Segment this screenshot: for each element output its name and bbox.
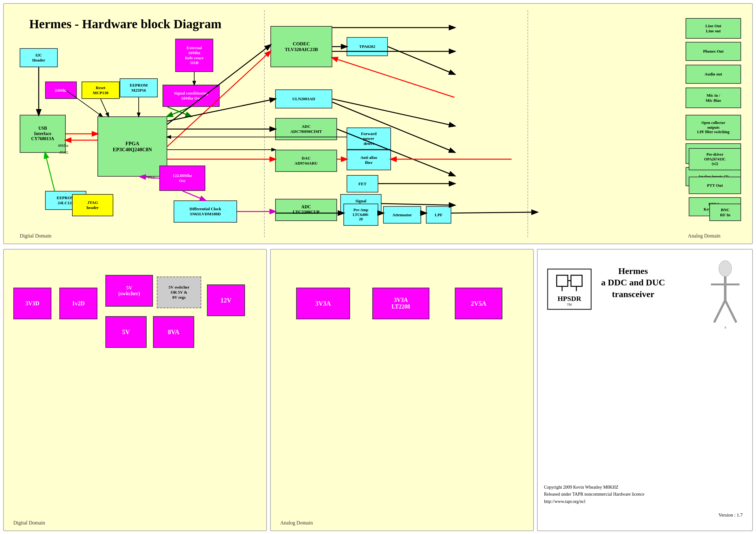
tpa0202-block: TPA0202 (347, 37, 388, 56)
version-text: Version : 1.7 (718, 512, 743, 518)
dac-ad9744-block: DACAD9744ARU (275, 150, 337, 172)
v3d-block: 3V3D (13, 288, 51, 319)
predriver-block: Pre-driverOPA26741IC(x2) (689, 148, 741, 170)
lpf-block: LPF (426, 206, 451, 223)
bottom-digital-label: Digital Domain (13, 520, 45, 526)
page-title: Hermes - Hardware block Diagram (29, 16, 222, 31)
attenuator-block: Attenuator (383, 206, 421, 223)
bnc-rf-in-block: BNCRF In (709, 204, 741, 221)
v5switch-block: 5V(switcher) (105, 275, 153, 307)
copyright-text: Copyright 2009 Kevin Wheatley M0KHZ Rele… (544, 484, 644, 505)
v8va-block: 8VA (153, 316, 194, 348)
audio-out-block: Audio out (686, 65, 741, 84)
bottom-info: HPSDR TM Hermesa DDC and DUCtransceiver … (537, 249, 753, 531)
jtag-header-block: JTAGheader (72, 194, 113, 216)
line-out-block: Line OutLine out (686, 18, 741, 39)
svg-rect-37 (571, 275, 582, 286)
hpsdr-circuit-icon (554, 272, 585, 294)
svg-line-24 (182, 191, 205, 200)
divider-left (264, 10, 265, 237)
svg-point-41 (719, 261, 732, 276)
svg-line-29 (451, 212, 537, 213)
svg-rect-36 (557, 275, 568, 286)
bottom-analog: Analog Domain 3V3A 3V3ALT2208 2V5A (270, 249, 534, 531)
svg-line-7 (167, 107, 191, 116)
mhz24-block: 24Mhz (45, 82, 77, 99)
bottom-digital: Digital Domain 3V3D 1v2D 5V(switcher) 5V… (3, 249, 267, 531)
v5switch2-block: 5V switcherOR 5V &8V regs (157, 276, 201, 308)
svg-line-31 (382, 204, 454, 205)
v12-block: 12V (207, 285, 245, 316)
bottom-area: Digital Domain 3V3D 1v2D 5V(switcher) 5V… (3, 249, 753, 531)
reset-mcp130-block: ResetMCP130 (82, 82, 120, 99)
pll-label: PLL (148, 175, 155, 180)
osc122-block: 122.88MhzOsc (159, 165, 205, 191)
mhz48-label: 48Mhz (58, 143, 68, 148)
svg-line-17 (332, 99, 454, 126)
open-collector-block: Open collectoroutputsLPF filter switchin… (686, 115, 741, 140)
svg-line-6 (167, 107, 191, 116)
i2c-header-block: I2CHeader (20, 48, 58, 67)
svg-text:☤: ☤ (724, 326, 726, 329)
phones-out-block: Phones Out (686, 42, 741, 61)
v5-block: 5V (105, 316, 147, 348)
v3a-lt2208-block: 3V3ALT2208 (372, 288, 429, 319)
hermes-info-title: Hermesa DDC and DUCtransceiver (601, 266, 665, 300)
jtag-label: JTAG (59, 150, 68, 155)
hpsdr-logo-box: HPSDR TM (547, 268, 592, 310)
fpga-block: FPGAEP3C40Q240C8N (97, 116, 167, 177)
eeprom-m25p16-block: EEPROMM25P16 (120, 78, 158, 97)
svg-line-45 (725, 300, 736, 322)
hermes-figure: ☤ (705, 259, 746, 332)
preamp-block: Pre-AmpLTC6400-20 (343, 204, 378, 226)
ptt-out-block: PTT Out (689, 177, 741, 194)
svg-line-15 (332, 58, 454, 97)
divider-right (527, 10, 528, 237)
v1v2d-block: 1v2D (59, 288, 97, 319)
adc-adc78-block: ADCADC78H90CIMT (275, 118, 337, 140)
svg-line-4 (101, 99, 109, 116)
fet-block: FET (347, 175, 378, 192)
uln2003ad-block: ULN2003AD (275, 89, 332, 109)
diff-clock-block: Differential ClockSN65LVDM180D (174, 200, 237, 223)
svg-line-44 (714, 300, 725, 322)
bottom-analog-label: Analog Domain (280, 520, 313, 526)
svg-line-35 (45, 153, 55, 191)
analog-domain-label: Analog Domain (688, 233, 720, 239)
top-diagram-area: Hermes - Hardware block Diagram Digital … (3, 3, 753, 244)
v2v5a-block: 2V5A (455, 288, 502, 319)
hpsdr-text: HPSDR (558, 294, 581, 303)
main-container: Hermes - Hardware block Diagram Digital … (0, 0, 756, 534)
hpsdr-tm: TM (567, 303, 572, 306)
fwd-power-block: Forwardpowerdetect (347, 127, 391, 150)
v3a-block: 3V3A (296, 288, 350, 319)
external-10mhz-block: External10MhzRefe rence5I1B (175, 39, 213, 72)
signal-cond-block: Signal conditioning10Mhz Osc (163, 85, 220, 107)
anti-alias-block: Anti aliasflter (347, 150, 391, 170)
svg-line-14 (388, 47, 454, 74)
mic-in-block: Mic in /Mic Bias (686, 88, 741, 108)
digital-domain-label: Digital Domain (20, 233, 51, 239)
hermes-svg: ☤ (705, 259, 746, 332)
codec-block: CODECTLV320AIC23B (270, 26, 332, 67)
adc-ltc2208-block: ADCLTC2208CUP (275, 199, 337, 221)
